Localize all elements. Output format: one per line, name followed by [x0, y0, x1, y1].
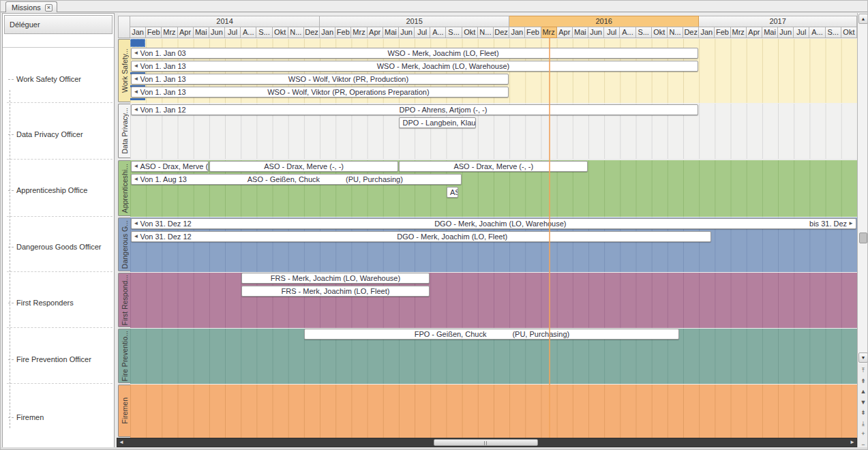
sidebar-item-2[interactable]: Apprenticeship Office — [8, 186, 87, 194]
horizontal-scrollbar[interactable]: ◄ ► — [117, 438, 857, 447]
sidebar-section-separator — [7, 327, 113, 328]
scroll-thumb-grip — [484, 441, 488, 445]
step-up-icon[interactable]: ▲ — [858, 387, 868, 396]
bar-title-text: DPO - Ahrens, Artjom (-, -) — [399, 105, 487, 115]
continues-left-icon: ◄ — [132, 105, 140, 115]
scroll-to-bottom-icon[interactable]: ⤓ — [858, 419, 868, 428]
window-bottom-edge — [1, 447, 868, 450]
section-tab-label: Apprenticeshi... — [121, 164, 129, 213]
section-tab-5[interactable]: Fire Preventio... — [118, 329, 130, 383]
continues-left-icon: ◄ — [132, 74, 140, 84]
bar-start-label: Von 1. Jan 13 — [140, 87, 188, 97]
bar-start-label: Von 1. Jan 13 — [140, 61, 188, 71]
bar-title-text: DGO - Merk, Joachim (LO, Warehouse) — [434, 219, 566, 228]
mission-bar[interactable]: ◄Von 1. Jan 12DPO - Ahrens, Artjom (-, -… — [131, 104, 699, 115]
bar-title-text: WSO - Merk, Joachim (LO, Fleet) — [387, 48, 498, 58]
section-tab-2[interactable]: Apprenticeshi... — [118, 160, 130, 216]
mission-bar[interactable]: ◄ASO - Drax, Merve (-, — [131, 161, 209, 172]
sidebar-item-label: First Responders — [16, 299, 74, 307]
bar-title-text: FRS - Merk, Joachim (LO, Warehouse) — [271, 273, 400, 283]
vertical-scroll-thumb[interactable] — [859, 232, 867, 243]
bar-title: ASO - Drax, Merve (-, -) — [210, 162, 398, 171]
sidebar-item-5[interactable]: Fire Prevention Officer — [8, 355, 91, 363]
bar-title: ASO - Drax, Merve (-, -) — [400, 162, 587, 171]
section-tabs-column: Work Safety...Data Privacy...Apprentices… — [118, 38, 130, 438]
sidebar-item-6[interactable]: Firemen — [8, 413, 44, 421]
bar-title: WSO - Wolf, Viktor (PR, Operations Prepa… — [189, 87, 508, 97]
tree-branch-tick — [8, 134, 14, 135]
start-marker — [130, 98, 145, 100]
bar-title-text: ASO - Drax, Merve (-, -) — [453, 162, 533, 171]
sidebar-item-label: Dangerous Goods Officer — [16, 243, 102, 251]
scroll-up-icon[interactable]: ▲ — [858, 14, 868, 24]
continues-left-icon: ◄ — [132, 162, 140, 171]
section-tab-0[interactable]: Work Safety... — [118, 39, 130, 102]
mission-bar[interactable]: ◄Von 1. Jan 13WSO - Wolf, Viktor (PR, Op… — [131, 87, 509, 97]
sidebar-item-3[interactable]: Dangerous Goods Officer — [8, 243, 102, 251]
bar-title: FRS - Merk, Joachim (LO, Fleet) — [242, 286, 430, 296]
mission-bar[interactable]: FRS - Merk, Joachim (LO, Fleet) — [241, 286, 430, 297]
scroll-right-icon[interactable]: ► — [848, 438, 856, 447]
bar-title-text: DGO - Merk, Joachim (LO, Fleet) — [397, 232, 507, 241]
tree-branch-tick — [8, 359, 14, 360]
bar-title-text: WSO - Wolf, Viktor (PR, Production) — [288, 74, 408, 84]
mission-bar[interactable]: ◄Von 31. Dez 12DGO - Merk, Joachim (LO, … — [131, 231, 711, 242]
sidebar-item-4[interactable]: First Responders — [8, 299, 74, 307]
mission-bar[interactable]: ASO — [447, 187, 458, 198]
step-down-icon[interactable]: ▼ — [858, 397, 868, 407]
scroll-left-icon[interactable]: ◄ — [117, 438, 125, 447]
sidebar-item-0[interactable]: Work Safety Officer — [8, 75, 81, 83]
mission-bar[interactable]: FRS - Merk, Joachim (LO, Warehouse) — [241, 273, 430, 284]
mission-bar[interactable]: ◄Von 1. Aug 13ASO - Geißen, Chuck(PU, Pu… — [131, 174, 462, 185]
mission-bar[interactable]: ASO - Drax, Merve (-, -) — [399, 161, 588, 172]
tree-branch-tick — [8, 303, 14, 303]
sidebar-item-label: Fire Prevention Officer — [16, 355, 91, 363]
bar-start-label: Von 31. Dez 12 — [140, 219, 194, 228]
bar-title: WSO - Wolf, Viktor (PR, Production) — [189, 74, 508, 84]
sidebar-section-separator — [7, 216, 113, 217]
section-tab-4[interactable]: First Respond... — [118, 273, 130, 327]
mission-tree: Work Safety OfficerData Privacy OfficerA… — [3, 48, 114, 447]
bar-title-text: FPO - Geißen, Chuck — [415, 329, 487, 339]
sidebar-item-label: Firemen — [16, 413, 44, 421]
page-up-icon[interactable]: ⇞ — [858, 376, 868, 386]
mission-bar[interactable]: FPO - Geißen, Chuck(PU, Purchasing) — [304, 329, 679, 340]
page-down-icon[interactable]: ⇟ — [858, 408, 868, 417]
mission-bar[interactable]: ◄Von 1. Jan 03WSO - Merk, Joachim (LO, F… — [131, 48, 699, 59]
tab-missions[interactable]: Missions × — [5, 1, 57, 12]
section-band-4 — [130, 272, 857, 328]
bar-title-text: ASO - Geißen, Chuck — [248, 175, 320, 184]
mission-bar[interactable]: ASO - Drax, Merve (-, -) — [209, 161, 398, 172]
mission-bar[interactable]: DPO - Langbein, Klaus-Pe — [399, 117, 475, 128]
horizontal-scroll-thumb[interactable] — [434, 439, 538, 446]
close-icon[interactable]: × — [45, 4, 53, 12]
sidebar-header: Déléguer — [4, 15, 113, 34]
tree-branch-tick — [8, 247, 14, 247]
mission-bar[interactable]: ◄Von 1. Jan 13WSO - Wolf, Viktor (PR, Pr… — [131, 74, 509, 85]
bar-start-label: Von 31. Dez 12 — [140, 232, 194, 241]
selected-cell[interactable] — [130, 39, 145, 47]
continues-left-icon: ◄ — [132, 61, 140, 71]
zoom-in-icon[interactable]: + — [858, 429, 868, 438]
bar-title: ASO - Geißen, Chuck(PU, Purchasing) — [190, 175, 461, 184]
scroll-to-top-icon[interactable]: ⤒ — [858, 365, 868, 375]
bar-start-label: Von 1. Aug 13 — [140, 175, 190, 184]
bar-start-label: Von 1. Jan 12 — [140, 105, 188, 115]
section-tab-6[interactable]: Firemen — [118, 385, 130, 437]
continues-left-icon: ◄ — [132, 87, 140, 97]
mission-bar[interactable]: ◄Von 1. Jan 13WSO - Merk, Joachim (LO, W… — [131, 61, 699, 72]
sidebar-item-label: Data Privacy Officer — [16, 130, 83, 138]
section-tab-1[interactable]: Data Privacy... — [118, 104, 130, 158]
tab-missions-label: Missions — [12, 3, 41, 12]
bar-title: DPO - Ahrens, Artjom (-, -) — [189, 105, 698, 115]
bar-title-text: WSO - Wolf, Viktor (PR, Operations Prepa… — [267, 87, 429, 97]
section-tab-3[interactable]: Dangerous G... — [118, 217, 130, 271]
continues-left-icon: ◄ — [132, 219, 140, 228]
bar-start-label: Von 1. Jan 13 — [140, 74, 188, 84]
bar-start-label: Von 1. Jan 03 — [140, 48, 188, 58]
scroll-down-icon[interactable]: ▼ — [858, 352, 868, 363]
bar-title: FRS - Merk, Joachim (LO, Warehouse) — [242, 273, 430, 283]
sidebar-item-label: Work Safety Officer — [16, 75, 81, 83]
mission-bar[interactable]: ◄Von 31. Dez 12DGO - Merk, Joachim (LO, … — [131, 218, 856, 229]
sidebar-item-1[interactable]: Data Privacy Officer — [8, 130, 83, 138]
